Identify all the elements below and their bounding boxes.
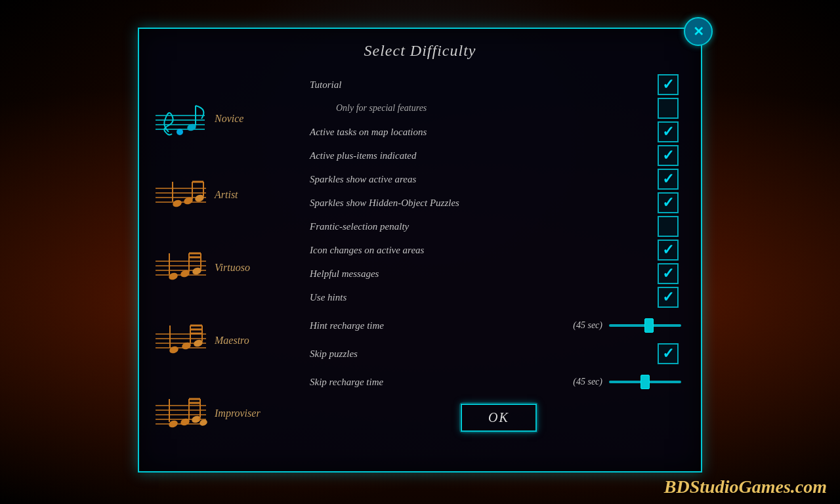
improviser-label: Improviser (215, 408, 261, 419)
setting-sparkles-areas: Sparkles show active areas (310, 167, 688, 191)
skip-puzzles-checkbox-container (648, 343, 688, 364)
helpful-checkbox[interactable] (658, 263, 679, 284)
setting-skip-recharge: Skip recharge time (45 sec) (310, 371, 688, 393)
dialog-content: Novice (139, 66, 701, 463)
sparkles-hop-label: Sparkles show Hidden-Object Puzzles (310, 198, 648, 209)
difficulty-dialog: ✕ Select Difficulty (138, 28, 702, 472)
special-features-label: Only for special features (310, 103, 648, 114)
tutorial-checkbox[interactable] (658, 74, 679, 95)
setting-frantic: Frantic-selection penalty (310, 215, 688, 238)
virtuoso-label: Virtuoso (215, 262, 250, 274)
settings-panel: Tutorial Only for special features Activ… (297, 73, 688, 456)
active-plus-checkbox-container (648, 145, 688, 166)
watermark: BDStudioGames.com (664, 476, 827, 497)
setting-sparkles-hop: Sparkles show Hidden-Object Puzzles (310, 191, 688, 215)
setting-icon-changes: Icon changes on active areas (310, 238, 688, 262)
difficulty-panel: Novice (152, 73, 297, 456)
sparkles-areas-checkbox[interactable] (658, 169, 679, 190)
hint-recharge-value: (45 sec) (573, 320, 602, 331)
setting-active-plus: Active plus-items indicated (310, 144, 688, 167)
sparkles-areas-checkbox-container (648, 169, 688, 190)
close-button[interactable]: ✕ (684, 17, 713, 46)
difficulty-maestro[interactable]: Maestro (152, 318, 297, 363)
active-plus-checkbox[interactable] (658, 145, 679, 166)
setting-special-features: Only for special features (310, 96, 688, 120)
tutorial-label: Tutorial (310, 79, 648, 91)
frantic-checkbox[interactable] (658, 216, 679, 237)
skip-recharge-slider-thumb[interactable] (640, 375, 650, 389)
difficulty-virtuoso[interactable]: Virtuoso (152, 245, 297, 290)
difficulty-improviser[interactable]: Improviser (152, 391, 297, 436)
hint-recharge-slider-container (609, 324, 688, 327)
icon-changes-label: Icon changes on active areas (310, 245, 648, 256)
skip-recharge-slider-track (609, 381, 681, 383)
hint-recharge-slider-track (609, 324, 681, 327)
helpful-label: Helpful messages (310, 268, 648, 280)
setting-helpful: Helpful messages (310, 262, 688, 285)
sparkles-hop-checkbox-container (648, 192, 688, 213)
special-features-checkbox-container (648, 98, 688, 119)
difficulty-artist[interactable]: Artist (152, 173, 297, 217)
active-tasks-checkbox[interactable] (658, 121, 679, 142)
icon-changes-checkbox[interactable] (658, 240, 679, 261)
use-hints-label: Use hints (310, 292, 648, 303)
sparkles-hop-checkbox[interactable] (658, 192, 679, 213)
frantic-label: Frantic-selection penalty (310, 221, 648, 232)
helpful-checkbox-container (648, 263, 688, 284)
improviser-note-icon (152, 394, 215, 433)
active-tasks-label: Active tasks on map locations (310, 127, 648, 138)
artist-note-icon (152, 175, 215, 215)
dialog-title: Select Difficulty (139, 29, 701, 66)
maestro-label: Maestro (215, 335, 249, 346)
skip-recharge-slider-container (609, 381, 688, 383)
artist-label: Artist (215, 189, 238, 201)
skip-puzzles-label: Skip puzzles (310, 348, 648, 360)
use-hints-checkbox[interactable] (658, 287, 679, 308)
active-plus-label: Active plus-items indicated (310, 150, 648, 161)
setting-skip-puzzles: Skip puzzles (310, 342, 688, 366)
difficulty-novice[interactable]: Novice (152, 93, 297, 144)
use-hints-checkbox-container (648, 287, 688, 308)
setting-use-hints: Use hints (310, 285, 688, 309)
setting-hint-recharge: Hint recharge time (45 sec) (310, 314, 688, 337)
hint-recharge-label: Hint recharge time (310, 320, 573, 331)
settings-wrapper: Tutorial Only for special features Activ… (310, 73, 688, 432)
svg-point-16 (172, 199, 183, 208)
skip-recharge-label: Skip recharge time (310, 377, 573, 388)
special-features-checkbox[interactable] (658, 98, 679, 119)
sparkles-areas-label: Sparkles show active areas (310, 174, 648, 185)
active-tasks-checkbox-container (648, 121, 688, 142)
tutorial-checkbox-container (648, 74, 688, 95)
novice-label: Novice (215, 113, 243, 125)
hint-recharge-slider-thumb[interactable] (644, 318, 654, 333)
novice-note-icon (152, 96, 215, 142)
maestro-note-icon (152, 321, 215, 360)
svg-point-6 (177, 129, 183, 135)
skip-recharge-value: (45 sec) (573, 377, 602, 387)
ok-button[interactable]: OK (461, 404, 537, 432)
frantic-checkbox-container (648, 216, 688, 237)
setting-active-tasks: Active tasks on map locations (310, 120, 688, 144)
skip-puzzles-checkbox[interactable] (658, 343, 679, 364)
virtuoso-note-icon (152, 248, 215, 287)
setting-tutorial: Tutorial (310, 73, 688, 96)
ok-button-container: OK (310, 404, 688, 432)
icon-changes-checkbox-container (648, 240, 688, 261)
